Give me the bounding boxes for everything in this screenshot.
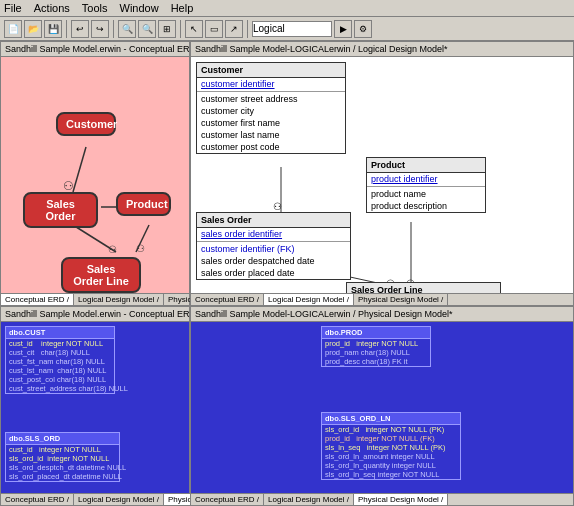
svg-text:⚇: ⚇ bbox=[63, 179, 74, 193]
left-tab-logical[interactable]: Logical Design Model / bbox=[74, 294, 164, 305]
phys-sls-despatch: sls_ord_desptch_dt datetime NULL bbox=[6, 463, 119, 472]
bottom-left-tab-bar: Conceptual ERD / Logical Design Model / … bbox=[1, 493, 189, 505]
ld-customer-postcode: customer post code bbox=[197, 141, 345, 153]
bottom-right-title: Sandhill Sample Model-LOGICALerwin / Phy… bbox=[191, 307, 573, 322]
svg-line-2 bbox=[73, 225, 116, 252]
phys-prod-desc: prod_desc char(18) FK it bbox=[322, 357, 430, 366]
phys-sol-box: dbo.SLS_ORD_LN sls_ord_id integer NOT NU… bbox=[321, 412, 461, 480]
phys-cust-fname: cust_fst_nam char(18) NULL bbox=[6, 357, 114, 366]
phys-sol-ln-seq: sls_ord_ln_seq integer NOT NULL bbox=[322, 470, 460, 479]
phys-sls-ord-id: sls_ord_id integer NOT NULL bbox=[6, 454, 119, 463]
ld-customer-divider bbox=[197, 91, 345, 92]
toolbar-settings[interactable]: ⚙ bbox=[354, 20, 372, 38]
erd-entity-product[interactable]: Product bbox=[116, 192, 171, 216]
ld-product-divider bbox=[367, 186, 485, 187]
ld-product-box: Product product identifier product name … bbox=[366, 157, 486, 213]
ld-customer-street: customer street address bbox=[197, 93, 345, 105]
toolbar: 📄 📂 💾 ↩ ↪ 🔍 🔍 ⊞ ↖ ▭ ↗ ▶ ⚙ bbox=[0, 17, 574, 41]
bottom-left-title: Sandhill Sample Model.erwin - Conceptual… bbox=[1, 307, 189, 322]
toolbar-select[interactable]: ↖ bbox=[185, 20, 203, 38]
ld-product-name: product name bbox=[367, 188, 485, 200]
phys-cust-box: dbo.CUST cust_id integer NOT NULL cust_c… bbox=[5, 326, 115, 394]
menu-help[interactable]: Help bbox=[171, 2, 194, 14]
toolbar-zoom-out[interactable]: 🔍 bbox=[138, 20, 156, 38]
menu-bar: File Actions Tools Window Help bbox=[0, 0, 574, 17]
physical-right-canvas[interactable]: dbo.PROD prod_id integer NOT NULL prod_n… bbox=[191, 322, 573, 493]
phys-sol-prod-id: prod_id integer NOT NULL (FK) bbox=[322, 434, 460, 443]
svg-text:⚇: ⚇ bbox=[273, 201, 282, 212]
left-panel-title: Sandhill Sample Model.erwin - Conceptual… bbox=[1, 42, 189, 57]
btm-left-tab-logical[interactable]: Logical Design Model / bbox=[74, 494, 164, 505]
erd-entity-customer[interactable]: Customer bbox=[56, 112, 116, 136]
menu-actions[interactable]: Actions bbox=[34, 2, 70, 14]
phys-sol-title: dbo.SLS_ORD_LN bbox=[322, 413, 460, 425]
menu-file[interactable]: File bbox=[4, 2, 22, 14]
left-tab-bar: Conceptual ERD / Logical Design Model / … bbox=[1, 293, 189, 305]
menu-window[interactable]: Window bbox=[120, 2, 159, 14]
svg-line-3 bbox=[136, 225, 149, 252]
phys-cust-cit: cust_cit char(18) NULL bbox=[6, 348, 114, 357]
svg-line-0 bbox=[73, 147, 86, 192]
menu-tools[interactable]: Tools bbox=[82, 2, 108, 14]
bottom-panels: Sandhill Sample Model.erwin - Conceptual… bbox=[0, 306, 574, 506]
phys-cust-addr: cust_street_address char(18) NULL bbox=[6, 384, 114, 393]
phys-sls-ord-title: dbo.SLS_ORD bbox=[6, 433, 119, 445]
ld-so-id: sales order identifier bbox=[197, 228, 350, 240]
btm-right-tab-conceptual[interactable]: Conceptual ERD / bbox=[191, 494, 264, 505]
phys-prod-title: dbo.PROD bbox=[322, 327, 430, 339]
phys-sol-seq: sls_ln_seq integer NOT NULL (PK) bbox=[322, 443, 460, 452]
toolbar-open[interactable]: 📂 bbox=[24, 20, 42, 38]
right-panel-title: Sandhill Sample Model-LOGICALerwin / Log… bbox=[191, 42, 573, 57]
ld-customer-city: customer city bbox=[197, 105, 345, 117]
toolbar-entity[interactable]: ▭ bbox=[205, 20, 223, 38]
btm-right-tab-physical[interactable]: Physical Design Model / bbox=[354, 494, 448, 505]
bottom-left-panel: Sandhill Sample Model.erwin - Conceptual… bbox=[0, 306, 190, 506]
toolbar-fit[interactable]: ⊞ bbox=[158, 20, 176, 38]
phys-sls-placed: sls_ord_placed_dt datetime NULL bbox=[6, 472, 119, 481]
toolbar-save[interactable]: 💾 bbox=[44, 20, 62, 38]
logical-design-canvas[interactable]: ⚇ ⚇ ⚇ Customer customer identifier custo… bbox=[191, 57, 573, 293]
phys-sls-ord-box: dbo.SLS_ORD cust_id integer NOT NULL sls… bbox=[5, 432, 120, 482]
erd-entity-sales-order[interactable]: Sales Order bbox=[23, 192, 98, 228]
ld-customer-fname: customer first name bbox=[197, 117, 345, 129]
app-window: File Actions Tools Window Help 📄 📂 💾 ↩ ↪… bbox=[0, 0, 574, 506]
right-tab-bar: Conceptual ERD / Logical Design Model / … bbox=[191, 293, 573, 305]
toolbar-search[interactable] bbox=[252, 21, 332, 37]
left-tab-conceptual[interactable]: Conceptual ERD / bbox=[1, 294, 74, 305]
btm-left-tab-conceptual[interactable]: Conceptual ERD / bbox=[1, 494, 74, 505]
ld-sol-box: Sales Order Line customer identifier (FK… bbox=[346, 282, 501, 293]
ld-sales-order-box: Sales Order sales order identifier custo… bbox=[196, 212, 351, 280]
right-tab-physical[interactable]: Physical Design Model / bbox=[354, 294, 448, 305]
toolbar-redo[interactable]: ↪ bbox=[91, 20, 109, 38]
physical-left-canvas[interactable]: dbo.CUST cust_id integer NOT NULL cust_c… bbox=[1, 322, 189, 493]
ld-sol-title: Sales Order Line bbox=[347, 283, 500, 293]
toolbar-rel[interactable]: ↗ bbox=[225, 20, 243, 38]
toolbar-new[interactable]: 📄 bbox=[4, 20, 22, 38]
erd-entity-sales-order-line[interactable]: Sales Order Line bbox=[61, 257, 141, 293]
toolbar-sep4 bbox=[247, 20, 248, 38]
toolbar-sep3 bbox=[180, 20, 181, 38]
phys-prod-id: prod_id integer NOT NULL bbox=[322, 339, 430, 348]
ld-product-title: Product bbox=[367, 158, 485, 173]
phys-cust-title: dbo.CUST bbox=[6, 327, 114, 339]
phys-prod-nam: prod_nam char(18) NULL bbox=[322, 348, 430, 357]
phys-sls-cust-id: cust_id integer NOT NULL bbox=[6, 445, 119, 454]
ld-customer-title: Customer bbox=[197, 63, 345, 78]
bottom-right-tab-bar: Conceptual ERD / Logical Design Model / … bbox=[191, 493, 573, 505]
toolbar-go[interactable]: ▶ bbox=[334, 20, 352, 38]
svg-text:⚇: ⚇ bbox=[108, 244, 117, 255]
ld-sales-order-title: Sales Order bbox=[197, 213, 350, 228]
main-area: Sandhill Sample Model.erwin - Conceptual… bbox=[0, 41, 574, 506]
phys-prod-box: dbo.PROD prod_id integer NOT NULL prod_n… bbox=[321, 326, 431, 367]
ld-so-placed: sales order placed date bbox=[197, 267, 350, 279]
top-panels: Sandhill Sample Model.erwin - Conceptual… bbox=[0, 41, 574, 306]
toolbar-zoom-in[interactable]: 🔍 bbox=[118, 20, 136, 38]
btm-right-tab-logical[interactable]: Logical Design Model / bbox=[264, 494, 354, 505]
ld-so-divider bbox=[197, 241, 350, 242]
toolbar-undo[interactable]: ↩ bbox=[71, 20, 89, 38]
right-tab-logical[interactable]: Logical Design Model / bbox=[264, 294, 354, 305]
toolbar-sep1 bbox=[66, 20, 67, 38]
phys-cust-post: cust_post_col char(18) NULL bbox=[6, 375, 114, 384]
conceptual-erd-canvas[interactable]: ⚇ ⚇ ⚇ Customer Sales Order Product bbox=[1, 57, 189, 293]
right-tab-conceptual[interactable]: Conceptual ERD / bbox=[191, 294, 264, 305]
